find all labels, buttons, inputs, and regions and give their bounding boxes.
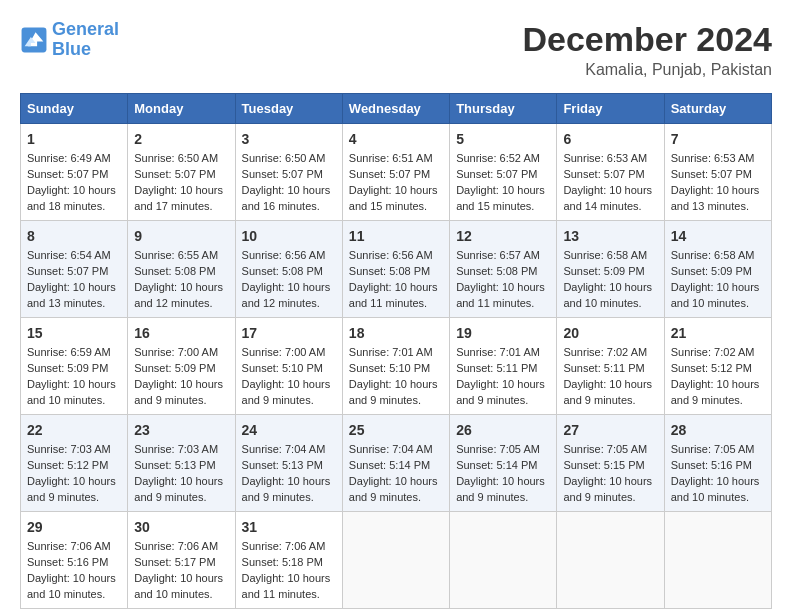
- sunrise-info: Sunrise: 7:04 AM: [242, 443, 326, 455]
- sunset-info: Sunset: 5:07 PM: [27, 168, 108, 180]
- day-number: 20: [563, 323, 657, 343]
- sunrise-info: Sunrise: 6:53 AM: [671, 152, 755, 164]
- calendar-cell: 28Sunrise: 7:05 AMSunset: 5:16 PMDayligh…: [664, 415, 771, 512]
- calendar-cell: 12Sunrise: 6:57 AMSunset: 5:08 PMDayligh…: [450, 221, 557, 318]
- daylight-info: Daylight: 10 hours and 9 minutes.: [349, 475, 438, 503]
- col-header-friday: Friday: [557, 94, 664, 124]
- col-header-saturday: Saturday: [664, 94, 771, 124]
- calendar-cell: 15Sunrise: 6:59 AMSunset: 5:09 PMDayligh…: [21, 318, 128, 415]
- calendar-cell: 31Sunrise: 7:06 AMSunset: 5:18 PMDayligh…: [235, 512, 342, 609]
- daylight-info: Daylight: 10 hours and 9 minutes.: [27, 475, 116, 503]
- daylight-info: Daylight: 10 hours and 15 minutes.: [456, 184, 545, 212]
- sunrise-info: Sunrise: 6:55 AM: [134, 249, 218, 261]
- day-number: 25: [349, 420, 443, 440]
- sunset-info: Sunset: 5:07 PM: [671, 168, 752, 180]
- sunrise-info: Sunrise: 6:56 AM: [242, 249, 326, 261]
- daylight-info: Daylight: 10 hours and 11 minutes.: [349, 281, 438, 309]
- daylight-info: Daylight: 10 hours and 17 minutes.: [134, 184, 223, 212]
- day-number: 30: [134, 517, 228, 537]
- day-number: 31: [242, 517, 336, 537]
- sunrise-info: Sunrise: 7:06 AM: [134, 540, 218, 552]
- calendar-cell: 19Sunrise: 7:01 AMSunset: 5:11 PMDayligh…: [450, 318, 557, 415]
- day-number: 10: [242, 226, 336, 246]
- daylight-info: Daylight: 10 hours and 14 minutes.: [563, 184, 652, 212]
- calendar-cell: 22Sunrise: 7:03 AMSunset: 5:12 PMDayligh…: [21, 415, 128, 512]
- daylight-info: Daylight: 10 hours and 11 minutes.: [456, 281, 545, 309]
- day-number: 12: [456, 226, 550, 246]
- calendar-cell: 14Sunrise: 6:58 AMSunset: 5:09 PMDayligh…: [664, 221, 771, 318]
- daylight-info: Daylight: 10 hours and 9 minutes.: [242, 475, 331, 503]
- day-number: 15: [27, 323, 121, 343]
- col-header-monday: Monday: [128, 94, 235, 124]
- sunset-info: Sunset: 5:12 PM: [27, 459, 108, 471]
- calendar-cell: 26Sunrise: 7:05 AMSunset: 5:14 PMDayligh…: [450, 415, 557, 512]
- day-number: 24: [242, 420, 336, 440]
- sunset-info: Sunset: 5:08 PM: [349, 265, 430, 277]
- sunset-info: Sunset: 5:13 PM: [242, 459, 323, 471]
- calendar-cell: 16Sunrise: 7:00 AMSunset: 5:09 PMDayligh…: [128, 318, 235, 415]
- sunrise-info: Sunrise: 6:52 AM: [456, 152, 540, 164]
- day-number: 14: [671, 226, 765, 246]
- day-number: 8: [27, 226, 121, 246]
- day-number: 11: [349, 226, 443, 246]
- calendar-cell: [450, 512, 557, 609]
- daylight-info: Daylight: 10 hours and 9 minutes.: [671, 378, 760, 406]
- sunrise-info: Sunrise: 7:02 AM: [563, 346, 647, 358]
- calendar-week-row: 1Sunrise: 6:49 AMSunset: 5:07 PMDaylight…: [21, 124, 772, 221]
- day-number: 23: [134, 420, 228, 440]
- day-number: 5: [456, 129, 550, 149]
- calendar-week-row: 22Sunrise: 7:03 AMSunset: 5:12 PMDayligh…: [21, 415, 772, 512]
- daylight-info: Daylight: 10 hours and 9 minutes.: [456, 378, 545, 406]
- daylight-info: Daylight: 10 hours and 9 minutes.: [456, 475, 545, 503]
- daylight-info: Daylight: 10 hours and 9 minutes.: [134, 475, 223, 503]
- sunset-info: Sunset: 5:09 PM: [27, 362, 108, 374]
- col-header-wednesday: Wednesday: [342, 94, 449, 124]
- sunrise-info: Sunrise: 7:00 AM: [242, 346, 326, 358]
- daylight-info: Daylight: 10 hours and 13 minutes.: [671, 184, 760, 212]
- sunset-info: Sunset: 5:12 PM: [671, 362, 752, 374]
- day-number: 6: [563, 129, 657, 149]
- day-number: 26: [456, 420, 550, 440]
- day-number: 13: [563, 226, 657, 246]
- sunrise-info: Sunrise: 7:06 AM: [242, 540, 326, 552]
- day-number: 27: [563, 420, 657, 440]
- sunrise-info: Sunrise: 6:58 AM: [671, 249, 755, 261]
- sunset-info: Sunset: 5:18 PM: [242, 556, 323, 568]
- sunrise-info: Sunrise: 7:03 AM: [27, 443, 111, 455]
- calendar-cell: 11Sunrise: 6:56 AMSunset: 5:08 PMDayligh…: [342, 221, 449, 318]
- sunrise-info: Sunrise: 7:01 AM: [349, 346, 433, 358]
- sunrise-info: Sunrise: 7:00 AM: [134, 346, 218, 358]
- sunrise-info: Sunrise: 6:50 AM: [242, 152, 326, 164]
- day-number: 2: [134, 129, 228, 149]
- day-number: 21: [671, 323, 765, 343]
- daylight-info: Daylight: 10 hours and 16 minutes.: [242, 184, 331, 212]
- daylight-info: Daylight: 10 hours and 12 minutes.: [242, 281, 331, 309]
- sunrise-info: Sunrise: 7:05 AM: [671, 443, 755, 455]
- calendar-week-row: 15Sunrise: 6:59 AMSunset: 5:09 PMDayligh…: [21, 318, 772, 415]
- calendar-cell: [557, 512, 664, 609]
- calendar-cell: 20Sunrise: 7:02 AMSunset: 5:11 PMDayligh…: [557, 318, 664, 415]
- col-header-tuesday: Tuesday: [235, 94, 342, 124]
- logo: General Blue: [20, 20, 119, 60]
- sunrise-info: Sunrise: 7:05 AM: [563, 443, 647, 455]
- calendar-cell: 13Sunrise: 6:58 AMSunset: 5:09 PMDayligh…: [557, 221, 664, 318]
- calendar-cell: 24Sunrise: 7:04 AMSunset: 5:13 PMDayligh…: [235, 415, 342, 512]
- calendar-cell: 30Sunrise: 7:06 AMSunset: 5:17 PMDayligh…: [128, 512, 235, 609]
- calendar-cell: 25Sunrise: 7:04 AMSunset: 5:14 PMDayligh…: [342, 415, 449, 512]
- sunrise-info: Sunrise: 7:01 AM: [456, 346, 540, 358]
- col-header-sunday: Sunday: [21, 94, 128, 124]
- calendar-cell: 4Sunrise: 6:51 AMSunset: 5:07 PMDaylight…: [342, 124, 449, 221]
- day-number: 7: [671, 129, 765, 149]
- sunrise-info: Sunrise: 6:53 AM: [563, 152, 647, 164]
- day-number: 28: [671, 420, 765, 440]
- day-number: 22: [27, 420, 121, 440]
- calendar-cell: 10Sunrise: 6:56 AMSunset: 5:08 PMDayligh…: [235, 221, 342, 318]
- daylight-info: Daylight: 10 hours and 9 minutes.: [242, 378, 331, 406]
- sunrise-info: Sunrise: 6:51 AM: [349, 152, 433, 164]
- calendar-cell: 6Sunrise: 6:53 AMSunset: 5:07 PMDaylight…: [557, 124, 664, 221]
- calendar-cell: 2Sunrise: 6:50 AMSunset: 5:07 PMDaylight…: [128, 124, 235, 221]
- calendar-cell: [664, 512, 771, 609]
- calendar-cell: 27Sunrise: 7:05 AMSunset: 5:15 PMDayligh…: [557, 415, 664, 512]
- day-number: 17: [242, 323, 336, 343]
- sunrise-info: Sunrise: 6:57 AM: [456, 249, 540, 261]
